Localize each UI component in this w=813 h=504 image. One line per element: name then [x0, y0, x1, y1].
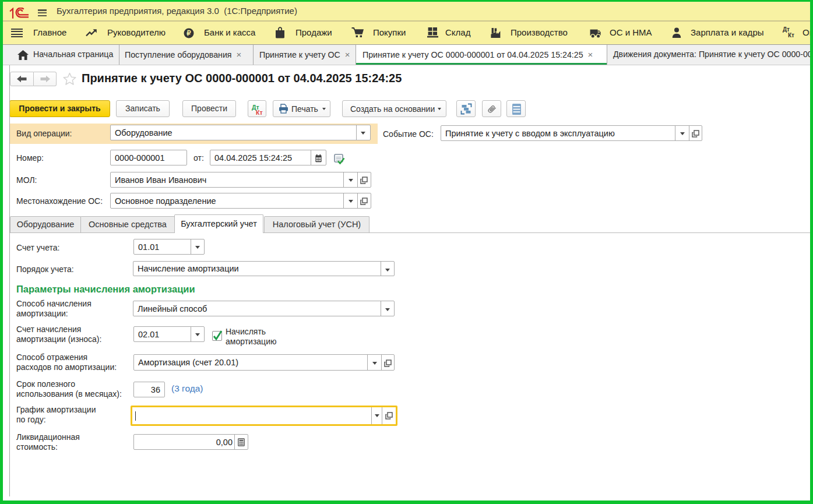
- svg-text:₽: ₽: [186, 30, 191, 37]
